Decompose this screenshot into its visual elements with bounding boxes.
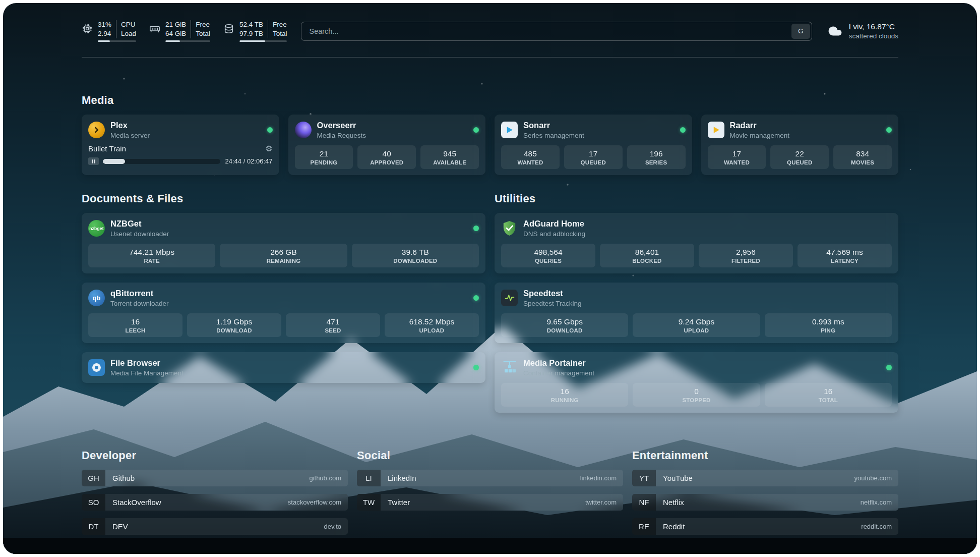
service-card-radarr[interactable]: Radarr Movie management 17 WANTED 22 QUE…: [701, 115, 899, 175]
disk-progress-bar: [239, 40, 287, 42]
stat-queued: 22 QUEUED: [770, 145, 829, 169]
stat-queries: 498,564 QUERIES: [501, 244, 595, 267]
cpu-icon: [82, 23, 93, 34]
now-playing-title: Bullet Train: [88, 144, 126, 153]
section-title-entertainment: Entertainment: [632, 449, 898, 462]
bookmark-stackoverflow[interactable]: SO StackOverflow stackoverflow.com: [82, 494, 348, 511]
service-description: Speedtest Tracking: [523, 300, 582, 307]
weather-location: Lviv, 16.87°C: [849, 22, 898, 31]
sonarr-icon: [501, 122, 518, 138]
dashboard-window: 31% 2.94 CPU Load: [3, 3, 977, 554]
stat-rate: 744.21 Mbps RATE: [88, 244, 215, 267]
playback-time: 24:44 / 02:06:47: [225, 157, 273, 165]
service-description: Media Requests: [317, 132, 366, 139]
status-dot: [680, 127, 686, 133]
bookmark-twitter[interactable]: TW Twitter twitter.com: [357, 494, 623, 511]
service-name: Plex: [110, 121, 150, 131]
service-card-qbittorrent[interactable]: qb qBittorrent Torrent downloader 16 LEE…: [82, 283, 485, 343]
section-utilities: Utilities AdGu: [495, 192, 898, 412]
stat-download: 9.65 Gbps DOWNLOAD: [501, 313, 628, 337]
bookmark-github[interactable]: GH Github github.com: [82, 470, 348, 486]
bookmark-dev[interactable]: DT DEV dev.to: [82, 518, 348, 535]
search-input[interactable]: [303, 27, 791, 35]
service-description: Usenet downloader: [110, 230, 169, 238]
portainer-icon: [501, 359, 518, 376]
service-card-speedtest[interactable]: Speedtest Speedtest Tracking 9.65 Gbps D…: [495, 283, 898, 343]
radarr-icon: [708, 122, 724, 138]
status-dot: [473, 295, 479, 301]
weather-condition: scattered clouds: [849, 32, 898, 40]
stat-downloaded: 39.6 TB DOWNLOADED: [352, 244, 479, 267]
section-title-social: Social: [357, 449, 623, 462]
service-name: NZBGet: [110, 219, 169, 229]
service-card-plex[interactable]: Plex Media server Bullet Train ⚙: [82, 115, 279, 175]
memory-free-value: 21 GiB: [165, 20, 186, 29]
service-card-overseerr[interactable]: Overseerr Media Requests 21 PENDING 40 A…: [288, 115, 486, 175]
service-card-nzbget[interactable]: nzbget NZBGet Usenet downloader 744.21 M…: [82, 213, 485, 273]
overseerr-icon: [295, 122, 312, 138]
service-name: File Browser: [110, 358, 183, 368]
settings-gear-icon[interactable]: ⚙: [265, 145, 272, 153]
stat-running: 16 RUNNING: [501, 383, 628, 407]
disk-icon: [223, 23, 234, 34]
memory-progress-bar: [165, 40, 210, 42]
section-title-documents: Documents & Files: [82, 192, 485, 205]
status-dot: [473, 226, 479, 231]
stat-seed: 471 SEED: [286, 313, 380, 337]
stat-filtered: 2,956 FILTERED: [699, 244, 793, 267]
disk-total-value: 97.9 TB: [239, 29, 263, 38]
section-title-developer: Developer: [82, 449, 348, 462]
section-documents: Documents & Files nzbget NZBGet Usenet d…: [82, 192, 485, 382]
service-name: qBittorrent: [110, 289, 169, 299]
memory-total-value: 64 GiB: [165, 29, 186, 38]
cpu-load-label: Load: [121, 29, 136, 38]
service-card-sonarr[interactable]: Sonarr Series management 485 WANTED 17 Q…: [495, 115, 692, 175]
disk-free-label: Free: [273, 20, 287, 29]
service-card-filebrowser[interactable]: File Browser Media File Management: [82, 352, 485, 383]
service-card-portainer[interactable]: Media Portainer Container management 16 …: [495, 352, 898, 413]
bookmark-reddit[interactable]: RE Reddit reddit.com: [632, 518, 898, 535]
bookmark-linkedin[interactable]: LI LinkedIn linkedin.com: [357, 470, 623, 486]
stat-series: 196 SERIES: [627, 145, 686, 169]
pause-button[interactable]: [88, 157, 99, 165]
status-dot: [886, 365, 892, 370]
bookmark-youtube[interactable]: YT YouTube youtube.com: [632, 470, 898, 486]
service-description: Media File Management: [110, 369, 183, 377]
stat-approved: 40 APPROVED: [357, 145, 416, 169]
speedtest-icon: [501, 290, 518, 306]
cloud-icon: [827, 23, 843, 39]
bookmark-netflix[interactable]: NF Netflix netflix.com: [632, 494, 898, 511]
status-dot: [473, 127, 479, 133]
topbar: 31% 2.94 CPU Load: [82, 3, 898, 42]
service-description: Media server: [110, 132, 150, 139]
section-social: Social LI LinkedIn linkedin.com TW Twitt…: [357, 449, 623, 535]
topbar-divider: [82, 57, 898, 58]
memory-widget: 21 GiB 64 GiB Free Total: [149, 20, 210, 42]
service-description: Movie management: [730, 132, 790, 139]
stat-wanted: 485 WANTED: [501, 145, 560, 169]
search-provider-button[interactable]: G: [791, 24, 810, 39]
cpu-progress-bar: [98, 40, 136, 42]
service-description: DNS and adblocking: [523, 230, 585, 238]
disk-widget: 52.4 TB 97.9 TB Free Total: [223, 20, 287, 42]
disk-total-label: Total: [273, 29, 287, 38]
stat-leech: 16 LEECH: [88, 313, 182, 337]
weather-widget: Lviv, 16.87°C scattered clouds: [827, 22, 898, 40]
search-bar: G: [301, 22, 812, 41]
stat-total: 16 TOTAL: [765, 383, 892, 407]
stat-latency: 47.569 ms LATENCY: [798, 244, 892, 267]
stat-available: 945 AVAILABLE: [420, 145, 479, 169]
service-description: Container management: [523, 369, 594, 377]
stat-blocked: 86,401 BLOCKED: [600, 244, 694, 267]
section-entertainment: Entertainment YT YouTube youtube.com NF …: [632, 449, 898, 535]
playback-progress-bar: [103, 159, 220, 164]
section-title-utilities: Utilities: [495, 192, 898, 205]
stat-upload: 9.24 Gbps UPLOAD: [633, 313, 760, 337]
memory-total-label: Total: [196, 29, 210, 38]
nzbget-icon: nzbget: [88, 220, 105, 237]
memory-icon: [149, 23, 160, 34]
cpu-usage-value: 31%: [98, 20, 111, 29]
service-card-adguard[interactable]: AdGuard Home DNS and adblocking 498,564 …: [495, 213, 898, 273]
plex-icon: [88, 122, 105, 138]
service-name: Speedtest: [523, 289, 582, 299]
